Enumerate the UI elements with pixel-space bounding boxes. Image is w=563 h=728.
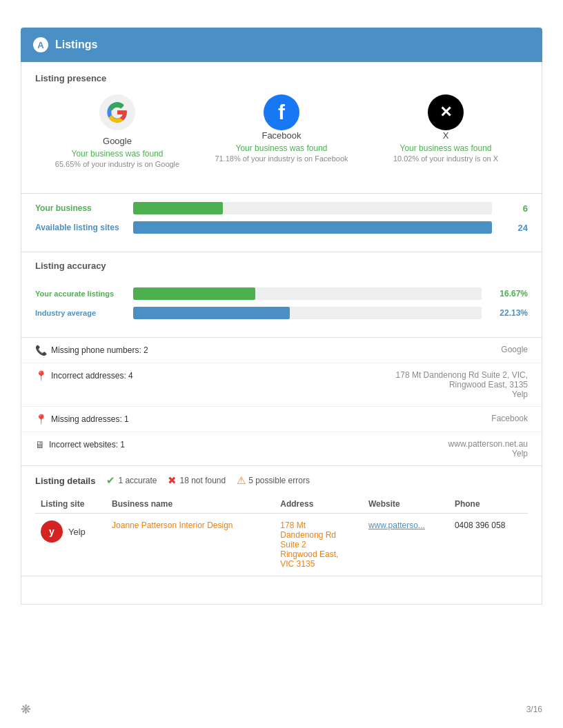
- x-icon: ✕: [428, 94, 464, 130]
- row-address: 178 MtDandenong RdSuite 2Ringwood East,V…: [275, 514, 363, 576]
- your-business-bar-row: Your business 6: [35, 202, 528, 214]
- header-icon: A: [33, 37, 48, 52]
- issue-website-source: www.patterson.net.auYelp: [448, 439, 528, 458]
- facebook-industry: 71.18% of your industry is on Facebook: [215, 154, 348, 163]
- row-site: y Yelp: [35, 514, 106, 576]
- presence-row: Google Your business was found 65.65% of…: [35, 94, 528, 168]
- available-sites-bar-fill: [133, 221, 492, 234]
- available-sites-bar-track: [133, 221, 492, 234]
- your-accurate-label: Your accurate listings: [35, 290, 125, 298]
- google-name: Google: [103, 136, 132, 146]
- your-business-label: Your business: [35, 203, 125, 213]
- issue-missing-address-text: Missing addresses: 1: [51, 414, 129, 424]
- table-row: y Yelp Joanne Patterson Interior Design …: [35, 514, 528, 576]
- industry-avg-label: Industry average: [35, 309, 125, 317]
- your-accurate-bar-row: Your accurate listings 16.67%: [35, 287, 528, 300]
- issue-missing-phone: 📞 Missing phone numbers: 2 Google: [21, 338, 542, 363]
- x-industry: 10.02% of your industry is on X: [393, 154, 498, 163]
- industry-avg-bar-track: [133, 307, 482, 319]
- badge-accurate: ✔ 1 accurate: [106, 474, 157, 487]
- screen-icon: 🖥: [35, 439, 45, 450]
- accuracy-bars: Your accurate listings 16.67% Industry a…: [21, 282, 542, 337]
- available-sites-value: 24: [500, 223, 528, 233]
- accurate-label: 1 accurate: [118, 476, 157, 485]
- section-header: A Listings: [21, 28, 542, 62]
- col-address: Address: [275, 495, 363, 514]
- issue-missing-addresses: 📍 Missing addresses: 1 Facebook: [21, 407, 542, 432]
- issue-incorrect-websites: 🖥 Incorrect websites: 1 www.patterson.ne…: [21, 432, 542, 465]
- your-accurate-bar-fill: [133, 287, 255, 300]
- platform-google: Google Your business was found 65.65% of…: [41, 94, 193, 168]
- not-found-label: 18 not found: [179, 476, 226, 485]
- google-found: Your business was found: [72, 149, 164, 159]
- issues-section: 📞 Missing phone numbers: 2 Google 📍 Inco…: [21, 338, 542, 466]
- your-accurate-bar-track: [133, 287, 482, 300]
- industry-avg-value: 22.13%: [490, 308, 528, 318]
- issue-incorrect-addresses: 📍 Incorrect addresses: 4 178 Mt Dandenon…: [21, 363, 542, 407]
- site-name: Yelp: [68, 527, 86, 537]
- issue-website-text: Incorrect websites: 1: [49, 440, 125, 449]
- facebook-name: Facebook: [261, 130, 301, 141]
- facebook-icon: f: [264, 94, 299, 130]
- issue-phone-source: Google: [501, 345, 528, 354]
- business-name-value: Joanne Patterson Interior Design: [112, 520, 233, 530]
- facebook-found: Your business was found: [236, 143, 328, 153]
- available-sites-bar-row: Available listing sites 24: [35, 221, 528, 234]
- listing-details-section: Listing details ✔ 1 accurate ✖ 18 not fo…: [21, 466, 542, 576]
- accurate-icon: ✔: [106, 474, 115, 487]
- available-sites-label: Available listing sites: [35, 223, 125, 232]
- col-phone: Phone: [449, 495, 528, 514]
- listing-table: Listing site Business name Address Websi…: [35, 495, 528, 576]
- google-icon: [99, 94, 135, 130]
- footer-decorative-icon: ❋: [21, 702, 31, 717]
- page-number: 3/16: [526, 705, 542, 714]
- platform-x: ✕ X Your business was found 10.02% of yo…: [370, 94, 522, 163]
- yelp-logo: y: [41, 520, 63, 543]
- badge-not-found: ✖ 18 not found: [168, 474, 226, 487]
- accuracy-header: Listing accuracy: [21, 252, 542, 271]
- pin-icon-2: 📍: [35, 414, 47, 425]
- website-value: www.patterso...: [368, 520, 425, 530]
- row-business-name: Joanne Patterson Interior Design: [106, 514, 275, 576]
- industry-avg-bar-fill: [133, 307, 290, 319]
- google-industry: 65.65% of your industry is on Google: [55, 160, 179, 168]
- x-name: X: [443, 130, 449, 141]
- col-business-name: Business name: [106, 495, 275, 514]
- possible-errors-icon: ⚠: [237, 474, 246, 487]
- presence-bars-section: Your business 6 Available listing sites …: [21, 194, 542, 252]
- listing-details-title: Listing details: [35, 476, 95, 486]
- your-business-bar-track: [133, 202, 492, 214]
- listing-presence-title: Listing presence: [35, 73, 528, 83]
- issue-address-text: Incorrect addresses: 4: [51, 371, 133, 381]
- bottom-spacer: [21, 576, 542, 604]
- address-value: 178 MtDandenong RdSuite 2Ringwood East,V…: [280, 520, 338, 569]
- industry-avg-bar-row: Industry average 22.13%: [35, 307, 528, 319]
- accuracy-title: Listing accuracy: [35, 261, 528, 271]
- row-website: www.patterso...: [363, 514, 449, 576]
- possible-errors-label: 5 possible errors: [248, 476, 310, 485]
- col-listing-site: Listing site: [35, 495, 106, 514]
- platform-facebook: f Facebook Your business was found 71.18…: [206, 94, 357, 163]
- phone-icon: 📞: [35, 345, 47, 356]
- header-title: Listings: [55, 39, 97, 51]
- badge-possible-errors: ⚠ 5 possible errors: [237, 474, 310, 487]
- listing-presence-section: Listing presence Google Your business wa…: [21, 62, 542, 194]
- issue-address-source: 178 Mt Dandenong Rd Suite 2, VIC,Ringwoo…: [396, 370, 528, 399]
- your-business-value: 6: [500, 203, 528, 214]
- main-card: Listing presence Google Your business wa…: [21, 62, 542, 605]
- your-business-bar-fill: [133, 202, 223, 214]
- row-phone: 0408 396 058: [449, 514, 528, 576]
- listing-details-header: Listing details ✔ 1 accurate ✖ 18 not fo…: [35, 474, 528, 487]
- listing-accuracy-section: Listing accuracy Your accurate listings …: [21, 252, 542, 338]
- x-found: Your business was found: [400, 143, 492, 153]
- issue-phone-text: Missing phone numbers: 2: [51, 345, 148, 355]
- col-website: Website: [363, 495, 449, 514]
- pin-icon-1: 📍: [35, 370, 47, 381]
- not-found-icon: ✖: [168, 474, 177, 487]
- issue-missing-address-source: Facebook: [491, 414, 528, 423]
- your-accurate-value: 16.67%: [490, 289, 528, 299]
